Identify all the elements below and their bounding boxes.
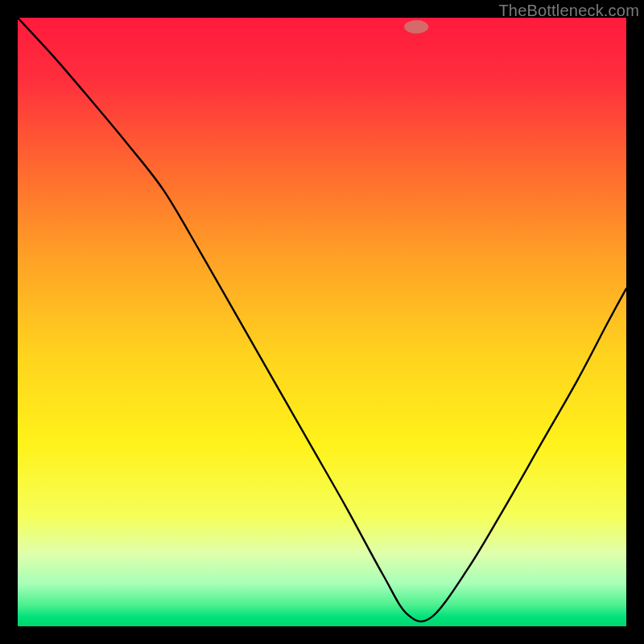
plot-svg [18,18,626,626]
plot-frame [18,18,626,626]
watermark-text: TheBottleneck.com [498,2,639,20]
chart-container: TheBottleneck.com [0,0,644,644]
gradient-background [18,18,626,626]
optimal-marker [404,20,428,34]
optimal-marker-ellipse [404,20,428,34]
